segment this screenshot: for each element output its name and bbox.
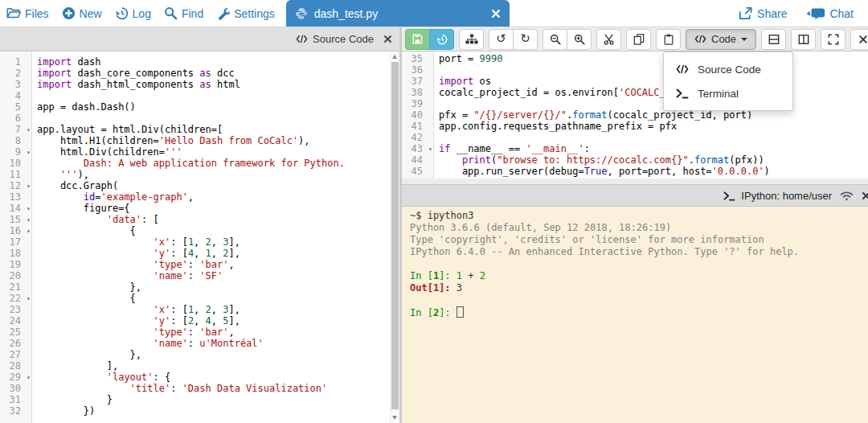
fold-arrow-icon[interactable]: ▾ xyxy=(425,143,436,154)
line-number: 5 xyxy=(0,101,23,113)
fold-arrow-icon[interactable]: ▾ xyxy=(23,372,34,383)
ipython-terminal[interactable]: ~$ ipython3Python 3.6.6 (default, Sep 12… xyxy=(402,207,868,423)
chat-button[interactable]: Chat xyxy=(800,7,860,20)
code-line: 36 xyxy=(402,64,868,76)
close-frame-button[interactable] xyxy=(850,29,868,50)
chat-icon xyxy=(806,7,825,20)
fullscreen-button[interactable] xyxy=(821,29,845,50)
code-line: 7▾app.layout = html.Div(children=[ xyxy=(0,124,399,135)
line-number: 7 xyxy=(0,124,23,135)
zoom-out-button[interactable] xyxy=(542,29,567,50)
code-line: 5app = dash.Dash() xyxy=(0,101,399,113)
left-frame-title: Source Code xyxy=(296,33,374,45)
copy-button[interactable] xyxy=(626,29,651,50)
line-number: 6 xyxy=(0,113,23,124)
line-number: 4 xyxy=(0,90,23,101)
code-line: 2import dash_core_components as dcc xyxy=(0,68,399,79)
line-number: 37 xyxy=(402,76,425,87)
code-line: 25 'type': 'bar', xyxy=(0,326,399,338)
new-button[interactable]: New xyxy=(55,0,108,27)
scrollbar-thumb[interactable] xyxy=(391,62,399,409)
split-horizontal-button[interactable] xyxy=(761,29,786,50)
files-button[interactable]: Files xyxy=(0,0,55,27)
undo-button[interactable]: ↺ xyxy=(489,29,514,50)
line-number: 19 xyxy=(0,259,23,270)
fold-gutter xyxy=(425,53,436,64)
code-icon xyxy=(694,34,706,44)
fold-arrow-icon[interactable]: ▾ xyxy=(23,146,34,158)
fold-arrow-icon[interactable]: ▾ xyxy=(23,293,34,304)
line-number: 32 xyxy=(0,405,23,417)
fold-gutter xyxy=(23,101,34,113)
code-line: 13 id='example-graph', xyxy=(0,191,399,203)
line-number: 1 xyxy=(0,56,23,68)
files-button-label: Files xyxy=(25,7,49,20)
file-tab-dash-test-py[interactable]: dash_test.py xyxy=(286,0,510,27)
settings-button[interactable]: Settings xyxy=(210,0,281,27)
fold-gutter xyxy=(23,236,34,248)
source-code-frame-left: Source Code 1import dash2import dash_cor… xyxy=(0,27,399,423)
zoom-in-button[interactable] xyxy=(567,29,592,50)
frame-type-dropdown-button[interactable]: Code xyxy=(686,29,756,50)
share-button[interactable]: Share xyxy=(731,6,793,20)
zoom-group xyxy=(542,29,592,50)
redo-icon: ↻ xyxy=(520,33,530,45)
code-editor-left[interactable]: 1import dash2import dash_core_components… xyxy=(0,51,399,423)
menu-item-terminal[interactable]: Terminal xyxy=(664,81,792,105)
tab-close-icon[interactable] xyxy=(491,9,501,18)
left-frame-close-icon[interactable] xyxy=(383,35,392,43)
line-number: 30 xyxy=(0,383,23,394)
fold-gutter xyxy=(425,87,436,98)
find-button[interactable]: Find xyxy=(158,0,210,27)
terminal-line: Out[1]: 3 xyxy=(407,282,868,294)
line-number: 3 xyxy=(0,79,23,90)
copy-icon xyxy=(633,34,645,45)
terminal-prompt-icon xyxy=(676,88,689,99)
terminal-title-text: IPython: home/user xyxy=(741,190,832,202)
code-editor-right[interactable]: 35port = 99903637import os38cocalc_proje… xyxy=(402,51,868,179)
code-line: 21 }, xyxy=(0,281,399,293)
save-button[interactable] xyxy=(405,29,430,50)
log-button[interactable]: Log xyxy=(108,0,158,27)
line-number: 18 xyxy=(0,248,23,259)
fold-arrow-icon[interactable]: ▾ xyxy=(23,203,34,214)
fold-gutter xyxy=(23,304,34,315)
code-line: 24 'y': [2, 4, 5], xyxy=(0,315,399,326)
scroll-up-icon[interactable] xyxy=(392,55,397,59)
scroll-down-icon[interactable] xyxy=(392,416,397,420)
terminal-lines: ~$ ipython3Python 3.6.6 (default, Sep 12… xyxy=(407,210,868,318)
fold-arrow-icon[interactable]: ▾ xyxy=(23,124,34,135)
fold-gutter xyxy=(23,315,34,326)
line-number: 28 xyxy=(0,360,23,372)
code-lines: 1import dash2import dash_core_components… xyxy=(0,51,399,417)
code-line: 15▾ 'data': [ xyxy=(0,214,399,225)
fold-arrow-icon[interactable]: ▾ xyxy=(23,214,34,225)
line-number: 31 xyxy=(0,394,23,405)
left-editor-scrollbar[interactable] xyxy=(390,51,399,423)
line-number: 44 xyxy=(402,154,425,166)
split-vertical-button[interactable] xyxy=(791,29,816,50)
fold-arrow-icon[interactable]: ▾ xyxy=(23,180,34,191)
line-number: 13 xyxy=(0,191,23,203)
paste-button[interactable] xyxy=(656,29,681,50)
frame-split-tree-button[interactable] xyxy=(459,29,484,50)
line-number: 9 xyxy=(0,146,23,158)
cut-button[interactable] xyxy=(596,29,621,50)
terminal-close-icon[interactable] xyxy=(862,191,868,200)
terminal-header: IPython: home/user xyxy=(402,184,868,207)
menu-item-source-code[interactable]: Source Code xyxy=(664,57,792,81)
terminal-line: Python 3.6.6 (default, Sep 12 2018, 18:2… xyxy=(407,222,868,234)
redo-button[interactable]: ↻ xyxy=(513,29,538,50)
new-button-label: New xyxy=(80,7,102,20)
zoom-in-icon xyxy=(574,34,585,45)
terminal-cursor xyxy=(457,306,464,318)
horizontal-frame-divider[interactable] xyxy=(402,179,868,184)
fold-arrow-icon[interactable]: ▾ xyxy=(23,225,34,236)
code-line: 43▾if __name__ == '__main__': xyxy=(402,143,868,154)
fold-gutter xyxy=(23,68,34,79)
terminal-title: IPython: home/user xyxy=(723,190,832,202)
fold-gutter xyxy=(23,394,34,405)
line-number: 43 xyxy=(402,143,425,154)
timetravel-button[interactable] xyxy=(429,29,454,50)
code-line: 37import os xyxy=(402,76,868,87)
